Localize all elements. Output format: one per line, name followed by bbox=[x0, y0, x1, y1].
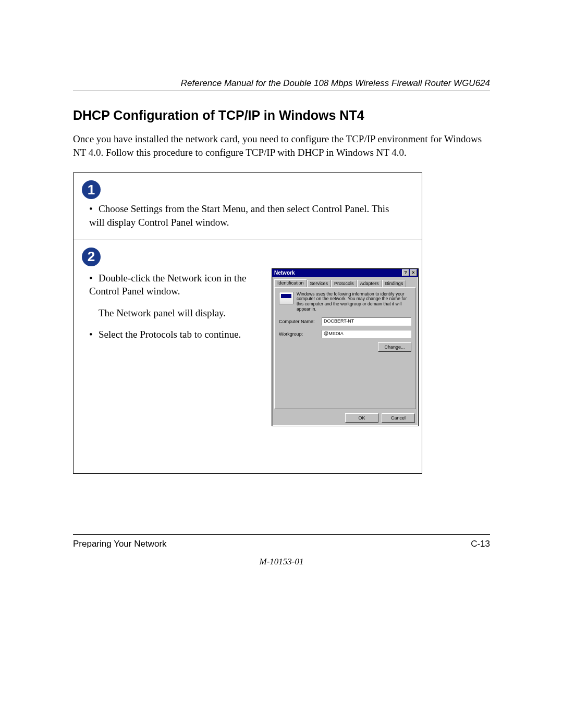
help-button[interactable]: ? bbox=[402, 269, 409, 276]
page-footer: Preparing Your Network C-13 M-10153-01 bbox=[73, 534, 490, 567]
dialog-body: Windows uses the following information t… bbox=[274, 287, 416, 409]
tab-adapters[interactable]: Adapters bbox=[357, 280, 382, 288]
network-dialog: Network ? × Identification Services Prot… bbox=[272, 268, 419, 426]
header-rule bbox=[73, 91, 490, 91]
header-reference: Reference Manual for the Double 108 Mbps… bbox=[73, 78, 490, 89]
cancel-button[interactable]: Cancel bbox=[382, 413, 415, 423]
close-button[interactable]: × bbox=[410, 269, 417, 276]
tab-services[interactable]: Services bbox=[307, 280, 332, 288]
manual-page: Reference Manual for the Double 108 Mbps… bbox=[0, 0, 563, 728]
change-button[interactable]: Change... bbox=[378, 342, 411, 352]
workgroup-label: Workgroup: bbox=[279, 331, 322, 337]
workgroup-value: @MEDIA bbox=[322, 330, 411, 338]
footer-doc-number: M-10153-01 bbox=[73, 557, 490, 567]
computer-icon bbox=[279, 292, 293, 304]
tab-identification[interactable]: Identification bbox=[274, 279, 307, 287]
tab-bindings[interactable]: Bindings bbox=[382, 280, 407, 288]
dialog-description: Windows uses the following information t… bbox=[297, 292, 411, 312]
section-title: DHCP Configuration of TCP/IP in Windows … bbox=[73, 108, 490, 123]
step-1-text: •Choose Settings from the Start Menu, an… bbox=[74, 202, 422, 239]
step-2-badge: 2 bbox=[82, 248, 101, 266]
step-2-bullet1-text: Double-click the Network icon in the Con… bbox=[89, 273, 246, 297]
footer-rule bbox=[73, 534, 490, 535]
step-1-badge: 1 bbox=[82, 180, 101, 199]
section-intro: Once you have installed the network card… bbox=[73, 132, 490, 159]
step-2-bullet2-text: Select the Protocols tab to continue. bbox=[99, 329, 241, 340]
computer-name-value: DOCBERT-NT bbox=[322, 317, 411, 326]
step-2-text: •Double-click the Network icon in the Co… bbox=[74, 268, 272, 426]
step-2-box: 2 •Double-click the Network icon in the … bbox=[73, 240, 422, 474]
ok-button[interactable]: OK bbox=[345, 413, 378, 423]
computer-name-label: Computer Name: bbox=[279, 319, 322, 324]
step-1-bullet-text: Choose Settings from the Start Menu, and… bbox=[89, 203, 389, 228]
dialog-tabs: Identification Services Protocols Adapte… bbox=[272, 277, 418, 287]
dialog-footer-buttons: OK Cancel bbox=[272, 411, 418, 426]
footer-section-name: Preparing Your Network bbox=[73, 539, 167, 549]
dialog-titlebar[interactable]: Network ? × bbox=[272, 269, 418, 277]
step-1-box: 1 •Choose Settings from the Start Menu, … bbox=[73, 172, 422, 239]
dialog-title: Network bbox=[274, 270, 295, 276]
step-2-plain-text: The Network panel will display. bbox=[89, 306, 266, 320]
footer-page-number: C-13 bbox=[471, 539, 490, 549]
tab-protocols[interactable]: Protocols bbox=[331, 280, 357, 288]
